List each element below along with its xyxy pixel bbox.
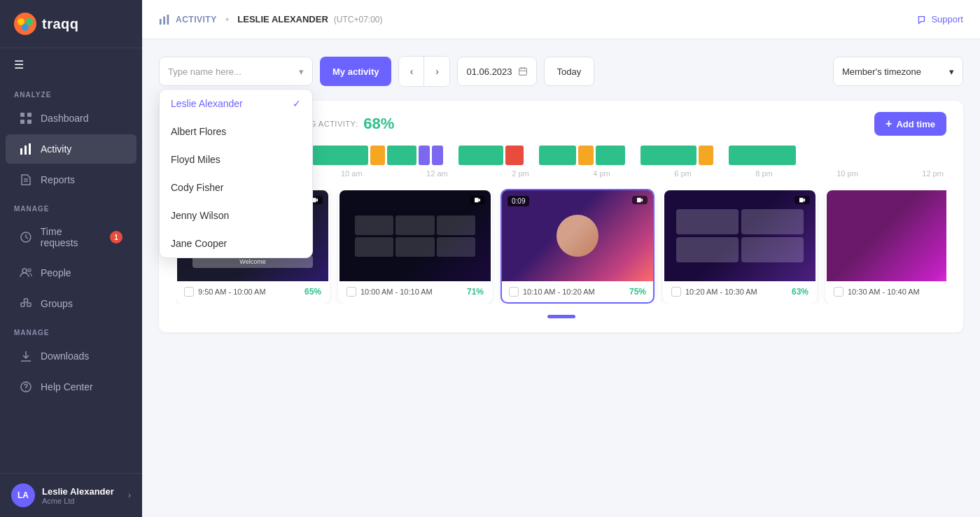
manage-section-label: MANAGE [0, 195, 142, 217]
dropdown-item-jane[interactable]: Jane Cooper [160, 229, 312, 257]
sidebar-item-time-requests[interactable]: Time requests 1 [6, 218, 136, 257]
dropdown-item-leslie[interactable]: Leslie Alexander ✓ [160, 90, 312, 118]
topbar: ACTIVITY • LESLIE ALEXANDER (UTC+07:00) … [142, 0, 980, 39]
svg-point-3 [22, 24, 29, 31]
sidebar-item-activity-label: Activity [41, 143, 71, 155]
avg-activity-value: 68% [363, 115, 394, 133]
svg-point-16 [22, 269, 27, 273]
logo[interactable]: traqq [0, 0, 142, 48]
screenshot-checkbox-3[interactable] [509, 287, 519, 297]
screenshot-thumb-5 [827, 190, 946, 281]
svg-rect-10 [29, 143, 31, 155]
tl-label-10am: 10 am [341, 169, 363, 178]
dropdown-item-floyd[interactable]: Floyd Miles [160, 146, 312, 173]
screenshot-thumb-4 [664, 190, 816, 281]
sidebar-item-help-center-label: Help Center [41, 381, 93, 392]
groups-icon [20, 297, 32, 310]
topbar-user-name: LESLIE ALEXANDER [237, 14, 328, 24]
sidebar-item-help-center[interactable]: Help Center [6, 372, 136, 402]
content-area: Type name here... ▾ Leslie Alexander ✓ A… [142, 39, 980, 517]
sidebar-item-activity[interactable]: Activity [6, 134, 136, 164]
avatar: LA [11, 483, 35, 507]
sidebar-item-people[interactable]: People [6, 258, 136, 288]
screenshot-pct-4: 63% [792, 287, 808, 297]
svg-rect-27 [519, 68, 526, 75]
next-arrow-button[interactable]: › [424, 57, 449, 86]
download-icon [20, 350, 32, 362]
screenshot-thumb-3: 0:09 [502, 190, 653, 281]
sidebar-item-downloads[interactable]: Downloads [6, 341, 136, 371]
prev-arrow-button[interactable]: ‹ [399, 57, 424, 86]
screenshot-time-3: 10:10 AM - 10:20 AM [523, 288, 625, 296]
screenshot-checkbox-2[interactable] [346, 287, 356, 297]
hamburger-button[interactable]: ☰ [0, 48, 142, 81]
user-footer[interactable]: LA Leslie Alexander Acme Ltd › [0, 473, 142, 517]
bar-chart-icon [20, 143, 32, 155]
sidebar-item-dashboard-label: Dashboard [41, 113, 89, 124]
dropdown-item-albert[interactable]: Albert Flores [160, 118, 312, 146]
dropdown-chevron-icon: ▾ [299, 66, 304, 77]
logo-icon [14, 13, 36, 35]
screenshot-pct-1: 65% [304, 287, 321, 297]
screenshot-card-5[interactable]: 10:30 AM - 10:40 AM 79% [825, 189, 946, 304]
dropdown-item-jenny-label: Jenny Wilson [171, 210, 229, 221]
screenshot-footer-4: 10:20 AM - 10:30 AM 63% [664, 281, 816, 302]
timeline-bar [578, 146, 593, 165]
screenshot-time-1: 9:50 AM - 10:00 AM [198, 288, 300, 296]
screenshot-card-4[interactable]: 10:20 AM - 10:30 AM 63% [663, 189, 817, 304]
screenshot-pct-2: 71% [467, 287, 484, 297]
svg-rect-9 [24, 146, 27, 155]
dropdown-item-cody-label: Cody Fisher [171, 182, 223, 193]
svg-point-23 [25, 390, 27, 391]
svg-rect-6 [20, 120, 24, 124]
my-activity-button[interactable]: My activity [320, 57, 391, 86]
svg-rect-26 [167, 14, 169, 24]
timeline-bar [387, 146, 416, 165]
screenshot-checkbox-4[interactable] [671, 287, 681, 297]
footer-chevron-icon: › [128, 490, 131, 500]
screenshot-time-5: 10:30 AM - 10:40 AM [848, 288, 946, 296]
avg-activity-stat: AVG ACTIVITY: 68% [300, 115, 394, 133]
screenshot-time-4: 10:20 AM - 10:30 AM [685, 288, 788, 296]
sidebar-item-reports[interactable]: Reports [6, 165, 136, 194]
name-dropdown[interactable]: Type name here... ▾ [159, 57, 313, 86]
add-time-button[interactable]: + Add time [874, 112, 946, 136]
screenshot-footer-5: 10:30 AM - 10:40 AM 79% [827, 281, 946, 302]
today-button[interactable]: Today [544, 57, 595, 86]
clock-icon [20, 231, 32, 243]
topbar-dot: • [225, 13, 230, 26]
timeline-bar [699, 146, 713, 165]
sidebar-item-dashboard[interactable]: Dashboard [6, 104, 136, 133]
svg-rect-5 [27, 113, 31, 117]
name-dropdown-wrapper: Type name here... ▾ Leslie Alexander ✓ A… [159, 57, 313, 86]
support-button[interactable]: Support [916, 14, 963, 25]
hamburger-icon: ☰ [14, 59, 24, 71]
video-badge-2 [470, 196, 485, 204]
timeline-bar [419, 146, 430, 165]
screenshot-footer-2: 10:00 AM - 10:10 AM 71% [340, 281, 491, 302]
timezone-dropdown[interactable]: Member's timezone ▾ [833, 57, 963, 86]
topbar-section-label: ACTIVITY [176, 15, 217, 24]
analyze-section-label: ANALYZE [0, 81, 142, 103]
dropdown-item-cody[interactable]: Cody Fisher [160, 173, 312, 201]
tl-label-12am: 12 am [426, 169, 448, 178]
dropdown-item-jane-label: Jane Cooper [171, 238, 227, 249]
sidebar-item-groups[interactable]: Groups [6, 289, 136, 318]
toolbar-row: Type name here... ▾ Leslie Alexander ✓ A… [159, 56, 963, 87]
screenshot-card-3[interactable]: 0:09 10:10 AM - 10:20 AM 75% [500, 189, 654, 304]
dropdown-item-jenny[interactable]: Jenny Wilson [160, 201, 312, 229]
date-value: 01.06.2023 [466, 66, 512, 77]
footer-company: Acme Ltd [42, 497, 114, 505]
manage2-section-label: MANAGE [0, 319, 142, 341]
screenshot-checkbox-5[interactable] [834, 287, 844, 297]
svg-point-17 [28, 269, 31, 271]
pagination-dot[interactable] [547, 315, 575, 318]
video-badge-3 [632, 196, 648, 204]
screenshot-checkbox-1[interactable] [184, 287, 194, 297]
tl-label-12pm: 12 pm [922, 169, 944, 178]
timeline-bar [596, 146, 625, 165]
svg-rect-19 [27, 303, 31, 306]
screenshot-card-2[interactable]: 10:00 AM - 10:10 AM 71% [338, 189, 492, 304]
date-picker[interactable]: 01.06.2023 [457, 57, 536, 86]
tl-label-2pm: 2 pm [512, 169, 528, 178]
